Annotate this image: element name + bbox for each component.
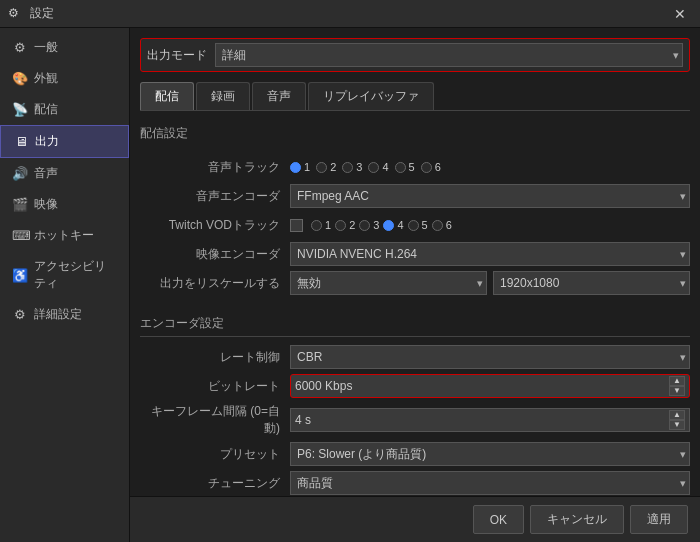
sidebar-label-advanced: 詳細設定 xyxy=(34,306,82,323)
rescale-controls: 無効 1920x1080 xyxy=(290,271,690,295)
output-mode-select[interactable]: 詳細 xyxy=(215,43,683,67)
sidebar-label-appearance: 外観 xyxy=(34,70,58,87)
keyframe-spinner[interactable]: ▲ ▼ xyxy=(669,410,685,430)
rescale-label: 出力をリスケールする xyxy=(140,275,290,292)
sidebar-item-appearance[interactable]: 🎨外観 xyxy=(0,63,129,94)
twitch-track-3[interactable]: 3 xyxy=(359,219,379,231)
sidebar-label-hotkeys: ホットキー xyxy=(34,227,94,244)
sidebar-label-accessibility: アクセシビリティ xyxy=(34,258,117,292)
title-bar-icon: ⚙ xyxy=(8,6,24,22)
sidebar-item-stream[interactable]: 📡配信 xyxy=(0,94,129,125)
audio-track-label: 音声トラック xyxy=(140,159,290,176)
sidebar-icon-stream: 📡 xyxy=(12,102,28,117)
sidebar-icon-advanced: ⚙ xyxy=(12,307,28,322)
rescale-resolution-select[interactable]: 1920x1080 xyxy=(493,271,690,295)
audio-track-radio-2 xyxy=(316,162,327,173)
tuning-select[interactable]: 商品質 xyxy=(290,471,690,495)
rescale-resolution-wrapper[interactable]: 1920x1080 xyxy=(493,271,690,295)
audio-track-radio-6 xyxy=(421,162,432,173)
tab-streaming[interactable]: 配信 xyxy=(140,82,194,110)
sidebar-icon-general: ⚙ xyxy=(12,40,28,55)
audio-track-1[interactable]: 1 xyxy=(290,161,310,173)
bitrate-spinner[interactable]: ▲ ▼ xyxy=(669,376,685,396)
keyframe-up[interactable]: ▲ xyxy=(669,410,685,420)
rate-control-row: レート制御 CBR xyxy=(140,345,690,369)
tuning-label: チューニング xyxy=(140,475,290,492)
sidebar-item-accessibility[interactable]: ♿アクセシビリティ xyxy=(0,251,129,299)
output-mode-select-wrapper[interactable]: 詳細 xyxy=(215,43,683,67)
rescale-select-wrapper[interactable]: 無効 xyxy=(290,271,487,295)
audio-encoder-select-wrapper[interactable]: FFmpeg AAC xyxy=(290,184,690,208)
audio-track-2[interactable]: 2 xyxy=(316,161,336,173)
output-mode-row: 出力モード 詳細 xyxy=(140,38,690,72)
sidebar-item-advanced[interactable]: ⚙詳細設定 xyxy=(0,299,129,330)
sidebar-item-video[interactable]: 🎬映像 xyxy=(0,189,129,220)
cancel-button[interactable]: キャンセル xyxy=(530,505,624,534)
main-container: ⚙一般🎨外観📡配信🖥出力🔊音声🎬映像⌨ホットキー♿アクセシビリティ⚙詳細設定 出… xyxy=(0,28,700,542)
tabs: 配信録画音声リプレイバッファ xyxy=(140,82,690,111)
audio-track-radio-1 xyxy=(290,162,301,173)
sidebar-icon-accessibility: ♿ xyxy=(12,268,28,283)
audio-track-radio-3 xyxy=(342,162,353,173)
rescale-select[interactable]: 無効 xyxy=(290,271,487,295)
sidebar-item-audio[interactable]: 🔊音声 xyxy=(0,158,129,189)
audio-track-radio-5 xyxy=(395,162,406,173)
sidebar-item-hotkeys[interactable]: ⌨ホットキー xyxy=(0,220,129,251)
tuning-select-wrapper[interactable]: 商品質 xyxy=(290,471,690,495)
sidebar-item-general[interactable]: ⚙一般 xyxy=(0,32,129,63)
sidebar-label-video: 映像 xyxy=(34,196,58,213)
keyframe-label: キーフレーム間隔 (0=自動) xyxy=(140,403,290,437)
preset-select[interactable]: P6: Slower (より商品質) xyxy=(290,442,690,466)
twitch-vod-checkbox[interactable] xyxy=(290,219,303,232)
output-mode-label: 出力モード xyxy=(147,47,207,64)
bitrate-label: ビットレート xyxy=(140,378,290,395)
video-encoder-select[interactable]: NVIDIA NVENC H.264 xyxy=(290,242,690,266)
twitch-track-1[interactable]: 1 xyxy=(311,219,331,231)
sidebar-label-output: 出力 xyxy=(35,133,59,150)
video-encoder-select-wrapper[interactable]: NVIDIA NVENC H.264 xyxy=(290,242,690,266)
streaming-settings: 配信設定 音声トラック 123456 音声エンコーダ FFmpeg AAC Tw… xyxy=(140,121,690,295)
footer: OK キャンセル 適用 xyxy=(130,496,700,542)
apply-button[interactable]: 適用 xyxy=(630,505,688,534)
tab-recording[interactable]: 録画 xyxy=(196,82,250,110)
twitch-track-2[interactable]: 2 xyxy=(335,219,355,231)
bitrate-up[interactable]: ▲ xyxy=(669,376,685,386)
tab-audio[interactable]: 音声 xyxy=(252,82,306,110)
bitrate-input[interactable] xyxy=(295,379,669,393)
audio-encoder-row: 音声エンコーダ FFmpeg AAC xyxy=(140,184,690,208)
audio-track-row: 音声トラック 123456 xyxy=(140,155,690,179)
bitrate-down[interactable]: ▼ xyxy=(669,386,685,396)
bitrate-row: ビットレート ▲ ▼ xyxy=(140,374,690,398)
sidebar-label-audio: 音声 xyxy=(34,165,58,182)
audio-track-radio-4 xyxy=(368,162,379,173)
sidebar-item-output[interactable]: 🖥出力 xyxy=(0,125,129,158)
bitrate-field: ▲ ▼ xyxy=(290,374,690,398)
tab-replay[interactable]: リプレイバッファ xyxy=(308,82,434,110)
tuning-row: チューニング 商品質 xyxy=(140,471,690,495)
sidebar-icon-audio: 🔊 xyxy=(12,166,28,181)
encoder-section-title: エンコーダ設定 xyxy=(140,315,690,337)
rate-control-select[interactable]: CBR xyxy=(290,345,690,369)
twitch-vod-row: Twitch VODトラック 123456 xyxy=(140,213,690,237)
audio-encoder-select[interactable]: FFmpeg AAC xyxy=(290,184,690,208)
twitch-track-6[interactable]: 6 xyxy=(432,219,452,231)
twitch-track-5[interactable]: 5 xyxy=(408,219,428,231)
ok-button[interactable]: OK xyxy=(473,505,524,534)
keyframe-down[interactable]: ▼ xyxy=(669,420,685,430)
video-encoder-row: 映像エンコーダ NVIDIA NVENC H.264 xyxy=(140,242,690,266)
keyframe-input[interactable] xyxy=(295,413,669,427)
streaming-section-title: 配信設定 xyxy=(140,125,690,142)
audio-track-6[interactable]: 6 xyxy=(421,161,441,173)
audio-encoder-label: 音声エンコーダ xyxy=(140,188,290,205)
close-button[interactable]: ✕ xyxy=(668,4,692,24)
audio-track-5[interactable]: 5 xyxy=(395,161,415,173)
twitch-track-4[interactable]: 4 xyxy=(383,219,403,231)
video-encoder-label: 映像エンコーダ xyxy=(140,246,290,263)
audio-track-4[interactable]: 4 xyxy=(368,161,388,173)
preset-select-wrapper[interactable]: P6: Slower (より商品質) xyxy=(290,442,690,466)
audio-track-3[interactable]: 3 xyxy=(342,161,362,173)
preset-row: プリセット P6: Slower (より商品質) xyxy=(140,442,690,466)
rate-control-select-wrapper[interactable]: CBR xyxy=(290,345,690,369)
rate-control-label: レート制御 xyxy=(140,349,290,366)
audio-track-group: 123456 xyxy=(290,161,690,173)
